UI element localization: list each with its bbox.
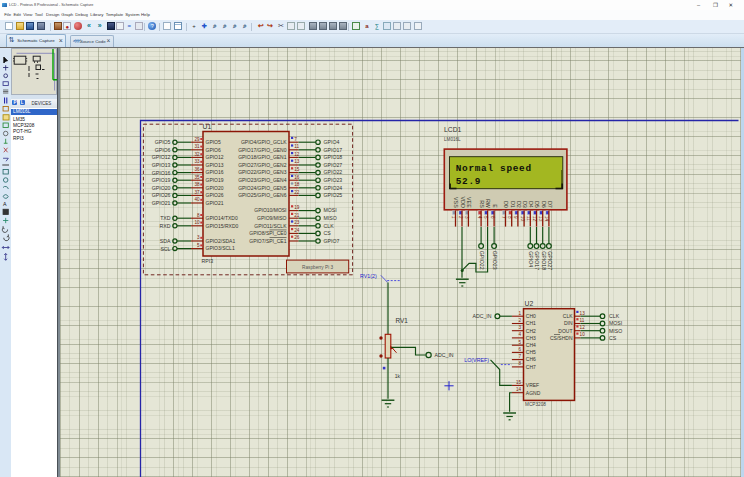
svg-text:VEE: VEE [466, 197, 472, 208]
svg-text:GPIO26: GPIO26 [206, 192, 224, 198]
svg-text:Normal speed: Normal speed [456, 163, 532, 174]
svg-text:GPIO16: GPIO16 [152, 170, 171, 176]
svg-text:VREF: VREF [526, 382, 539, 388]
svg-text:4: 4 [477, 216, 482, 219]
svg-text:D3: D3 [522, 201, 528, 208]
svg-text:MISO: MISO [324, 215, 337, 221]
svg-text:8: 8 [518, 361, 521, 366]
svg-text:3: 3 [518, 325, 521, 330]
svg-text:Raspberry Pi 3: Raspberry Pi 3 [302, 265, 333, 270]
svg-text:LO(VREF): LO(VREF) [464, 357, 489, 363]
svg-text:8: 8 [507, 216, 512, 219]
svg-text:14: 14 [516, 387, 522, 392]
svg-text:D1: D1 [510, 201, 516, 208]
svg-text:1k: 1k [395, 373, 401, 379]
svg-text:19: 19 [294, 205, 300, 210]
svg-text:12: 12 [532, 216, 537, 222]
svg-text:AGND: AGND [526, 390, 541, 396]
svg-text:GPIO13: GPIO13 [206, 162, 224, 168]
svg-text:MISO: MISO [609, 328, 622, 334]
svg-text:MOSI: MOSI [324, 207, 337, 213]
svg-text:CH1: CH1 [526, 320, 536, 326]
svg-text:E: E [492, 204, 498, 208]
svg-text:RPI3: RPI3 [202, 258, 214, 264]
svg-text:GPIO17/GPIO_GEN0: GPIO17/GPIO_GEN0 [238, 147, 287, 153]
svg-text:13: 13 [538, 216, 543, 222]
svg-text:CH2: CH2 [526, 328, 536, 334]
svg-text:GPIO24/GPIO_GEN5: GPIO24/GPIO_GEN5 [238, 185, 287, 191]
svg-text:GPIO7/SPI_CE1: GPIO7/SPI_CE1 [249, 238, 286, 244]
svg-text:5: 5 [197, 243, 200, 248]
svg-text:9: 9 [513, 216, 518, 219]
svg-text:GPIO20: GPIO20 [206, 185, 224, 191]
svg-text:CH6: CH6 [526, 356, 536, 362]
svg-text:15: 15 [516, 380, 522, 385]
svg-text:GPIO27/GPIO_GEN2: GPIO27/GPIO_GEN2 [238, 162, 287, 168]
svg-text:GPIO4: GPIO4 [528, 251, 534, 267]
svg-text:GPIO4/GPIO_GCLK: GPIO4/GPIO_GCLK [241, 139, 287, 145]
svg-text:GPIO2/SDA1: GPIO2/SDA1 [206, 238, 236, 244]
svg-text:GPIO17: GPIO17 [534, 251, 540, 270]
svg-text:CH5: CH5 [526, 349, 536, 355]
svg-text:1: 1 [518, 311, 521, 316]
svg-text:D6: D6 [541, 201, 547, 208]
svg-text:10: 10 [580, 332, 586, 337]
svg-text:CLK: CLK [609, 313, 620, 319]
svg-text:RV1: RV1 [396, 317, 409, 324]
svg-text:GPIO8/SPI_CE0: GPIO8/SPI_CE0 [249, 230, 286, 236]
svg-text:2: 2 [458, 216, 463, 219]
svg-text:5: 5 [518, 340, 521, 345]
svg-text:GPIO23: GPIO23 [492, 251, 498, 270]
svg-text:14: 14 [544, 216, 549, 222]
svg-text:GPIO22: GPIO22 [479, 251, 485, 270]
svg-text:CH7: CH7 [526, 364, 536, 370]
svg-text:16: 16 [294, 175, 300, 180]
svg-text:8: 8 [197, 213, 200, 218]
svg-text:GPIO15/RXD0: GPIO15/RXD0 [206, 223, 239, 229]
svg-text:VSS: VSS [453, 197, 459, 208]
svg-text:7: 7 [294, 137, 297, 142]
svg-text:GPIO25: GPIO25 [324, 192, 343, 198]
svg-text:12: 12 [294, 152, 300, 157]
svg-text:21: 21 [294, 213, 300, 218]
svg-text:11: 11 [294, 144, 299, 149]
svg-text:24: 24 [294, 228, 300, 233]
svg-text:GPIO18: GPIO18 [541, 251, 547, 270]
svg-text:GPIO16: GPIO16 [206, 169, 224, 175]
svg-text:29: 29 [194, 137, 200, 142]
svg-text:RW: RW [485, 199, 491, 209]
svg-text:GPIO5: GPIO5 [155, 139, 171, 145]
svg-text:MOSI: MOSI [609, 320, 622, 326]
svg-text:GPIO27: GPIO27 [547, 251, 553, 270]
svg-text:15: 15 [294, 167, 300, 172]
svg-text:GPIO24: GPIO24 [324, 185, 343, 191]
svg-text:TXD: TXD [160, 215, 171, 221]
svg-text:RXD: RXD [160, 223, 171, 229]
svg-text:1: 1 [451, 216, 456, 219]
svg-text:DIN: DIN [564, 320, 573, 326]
svg-text:GPIO12: GPIO12 [152, 154, 171, 160]
svg-text:23: 23 [294, 220, 300, 225]
svg-text:CS/SHDN: CS/SHDN [550, 335, 573, 341]
svg-text:D2: D2 [516, 201, 522, 208]
svg-text:3: 3 [197, 235, 200, 240]
svg-text:11: 11 [580, 318, 585, 323]
svg-text:10: 10 [520, 216, 525, 222]
svg-text:38: 38 [194, 182, 200, 187]
svg-text:6: 6 [518, 347, 521, 352]
svg-text:D5: D5 [534, 201, 540, 208]
svg-text:GPIO21: GPIO21 [152, 200, 171, 206]
svg-text:52.9: 52.9 [456, 176, 481, 187]
svg-text:GPIO23: GPIO23 [324, 177, 343, 183]
svg-text:GPIO7: GPIO7 [324, 238, 340, 244]
svg-text:GPIO9/MISO: GPIO9/MISO [257, 215, 287, 221]
svg-text:SCL: SCL [160, 246, 170, 252]
svg-text:D7: D7 [547, 201, 553, 208]
svg-text:VDD: VDD [460, 196, 466, 207]
svg-text:GPIO23/GPIO_GEN4: GPIO23/GPIO_GEN4 [238, 177, 287, 183]
svg-text:GPIO10/MOSI: GPIO10/MOSI [254, 207, 286, 213]
svg-text:ADC_IN: ADC_IN [435, 352, 454, 358]
svg-text:GPIO14/TXD0: GPIO14/TXD0 [206, 215, 238, 221]
svg-text:GPIO22: GPIO22 [324, 169, 343, 175]
svg-text:GPIO17: GPIO17 [324, 147, 343, 153]
